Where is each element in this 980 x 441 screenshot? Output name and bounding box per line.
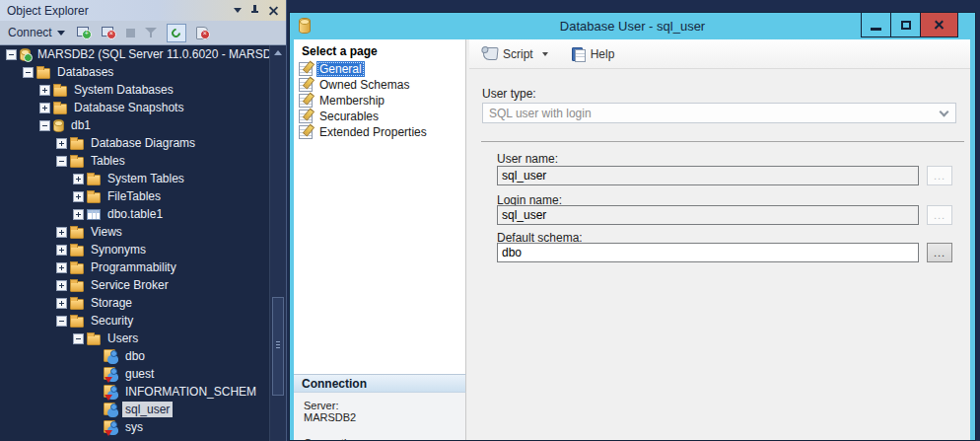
login-name-browse-button: ... bbox=[927, 205, 952, 225]
expander-plus-icon[interactable] bbox=[56, 245, 67, 256]
expander-plus-icon[interactable] bbox=[56, 227, 67, 238]
stop-script-icon[interactable] bbox=[196, 27, 210, 39]
page-item-label: Owned Schemas bbox=[316, 77, 412, 93]
expander-plus-icon[interactable] bbox=[56, 298, 67, 309]
dialog-content: Script Help User type: SQL user with log… bbox=[469, 39, 970, 440]
tree-item[interactable]: Databases bbox=[0, 63, 286, 81]
user-disabled-icon bbox=[104, 420, 118, 434]
refresh-icon[interactable] bbox=[167, 24, 186, 42]
expander-plus-icon[interactable] bbox=[73, 174, 84, 184]
page-icon bbox=[299, 125, 313, 139]
default-schema-browse-button[interactable]: ... bbox=[927, 243, 952, 262]
expander-minus-icon[interactable] bbox=[56, 156, 67, 167]
separator bbox=[481, 141, 964, 142]
folder-icon bbox=[70, 139, 84, 150]
tree-item[interactable]: Programmability bbox=[0, 258, 286, 276]
script-icon bbox=[482, 47, 498, 60]
expander-plus-icon[interactable] bbox=[56, 138, 67, 149]
tree-item[interactable]: sql_user bbox=[0, 401, 286, 418]
user-type-label: User type: bbox=[482, 87, 536, 101]
tree-item-label: Security bbox=[88, 313, 136, 329]
expander-minus-icon[interactable] bbox=[6, 49, 17, 60]
page-item[interactable]: Securables bbox=[294, 109, 465, 124]
tree-item[interactable]: guest bbox=[0, 365, 286, 383]
expander-minus-icon[interactable] bbox=[56, 316, 67, 327]
tree-item[interactable]: MARSDB2 (SQL Server 11.0.6020 - MARSD bbox=[0, 45, 286, 63]
expander-minus-icon[interactable] bbox=[73, 333, 84, 344]
dialog-titlebar[interactable]: Database User - sql_user bbox=[290, 13, 975, 39]
expander-plus-icon[interactable] bbox=[39, 85, 50, 96]
close-button[interactable] bbox=[920, 12, 958, 37]
minimize-button[interactable] bbox=[861, 12, 891, 37]
filter-icon[interactable] bbox=[145, 27, 157, 38]
disabled-arrow-icon bbox=[105, 430, 112, 436]
tree-item[interactable]: db1 bbox=[0, 116, 286, 134]
tree-item[interactable]: Service Broker bbox=[0, 276, 286, 294]
expander-plus-icon[interactable] bbox=[56, 280, 67, 291]
expander-plus-icon[interactable] bbox=[73, 191, 84, 202]
page-icon bbox=[299, 78, 313, 92]
tree-item[interactable]: dbo.table1 bbox=[0, 205, 286, 223]
connect-button[interactable]: Connect bbox=[6, 24, 67, 41]
auto-hide-pin-icon[interactable] bbox=[250, 5, 259, 16]
user-type-dropdown[interactable]: SQL user with login bbox=[482, 103, 956, 123]
page-item[interactable]: General bbox=[294, 61, 465, 77]
maximize-button[interactable] bbox=[890, 12, 921, 37]
object-explorer-toolbar: Connect bbox=[0, 21, 286, 45]
tree-item[interactable]: System Tables bbox=[0, 170, 286, 187]
tree-item-label: db1 bbox=[68, 117, 94, 133]
connection-section-header: Connection bbox=[294, 374, 466, 393]
tree-item[interactable]: System Databases bbox=[0, 81, 286, 99]
page-item-label: General bbox=[316, 61, 365, 77]
scroll-up-button[interactable] bbox=[270, 45, 286, 60]
user-name-field[interactable] bbox=[497, 166, 919, 185]
script-button[interactable]: Script bbox=[479, 44, 556, 64]
help-button[interactable]: Help bbox=[556, 44, 619, 64]
page-item[interactable]: Owned Schemas bbox=[294, 77, 465, 93]
table-icon bbox=[87, 209, 101, 220]
disconnect-server-icon[interactable] bbox=[102, 27, 116, 39]
chevron-down-icon[interactable] bbox=[542, 52, 548, 56]
tree-item[interactable]: dbo bbox=[0, 347, 286, 365]
folder-icon bbox=[70, 263, 84, 274]
tree-item[interactable]: sys bbox=[0, 418, 286, 436]
close-panel-icon[interactable] bbox=[268, 5, 279, 16]
connect-server-icon[interactable] bbox=[77, 27, 92, 39]
tree-scrollbar[interactable] bbox=[269, 45, 286, 441]
object-explorer-title: Object Explorer bbox=[7, 4, 89, 18]
tree-item[interactable]: Storage bbox=[0, 294, 286, 312]
tree-item[interactable]: Users bbox=[0, 330, 286, 347]
tree-item[interactable]: Views bbox=[0, 223, 286, 241]
page-item[interactable]: Membership bbox=[294, 93, 465, 109]
expander-plus-icon[interactable] bbox=[56, 262, 67, 273]
tree-item[interactable]: FileTables bbox=[0, 187, 286, 205]
scrollbar-thumb[interactable] bbox=[272, 297, 284, 396]
tree-item[interactable]: INFORMATION_SCHEM bbox=[0, 383, 286, 401]
tree-item-label: sys bbox=[122, 419, 146, 435]
tree-item[interactable]: Database Snapshots bbox=[0, 99, 286, 116]
login-name-field[interactable] bbox=[497, 205, 919, 225]
default-schema-field[interactable] bbox=[497, 243, 919, 262]
maximize-icon bbox=[901, 21, 911, 30]
general-page-form: User type: SQL user with login User name… bbox=[469, 69, 970, 440]
expander-minus-icon[interactable] bbox=[39, 120, 50, 131]
expander-minus-icon[interactable] bbox=[23, 67, 34, 78]
window-position-icon[interactable] bbox=[234, 8, 242, 13]
folder-icon bbox=[53, 86, 67, 97]
expander-plus-icon[interactable] bbox=[73, 209, 84, 220]
user-disabled-icon bbox=[104, 385, 118, 399]
page-icon bbox=[299, 94, 313, 108]
page-icon bbox=[299, 110, 313, 123]
tree-item[interactable]: Database Diagrams bbox=[0, 134, 286, 152]
tree-item[interactable]: Synonyms bbox=[0, 241, 286, 258]
tree-item[interactable]: Tables bbox=[0, 152, 286, 170]
chevron-down-icon bbox=[940, 108, 949, 117]
tree-item-label: System Databases bbox=[71, 82, 176, 98]
tree-item-label: Views bbox=[88, 224, 125, 240]
connection-info: Server: MARSDB2 Connection: bbox=[294, 393, 466, 440]
object-explorer-titlebar[interactable]: Object Explorer bbox=[0, 0, 286, 21]
tree-item-label: dbo.table1 bbox=[105, 206, 166, 222]
page-item[interactable]: Extended Properties bbox=[294, 124, 465, 140]
expander-plus-icon[interactable] bbox=[39, 103, 50, 113]
tree-item[interactable]: Security bbox=[0, 312, 286, 330]
